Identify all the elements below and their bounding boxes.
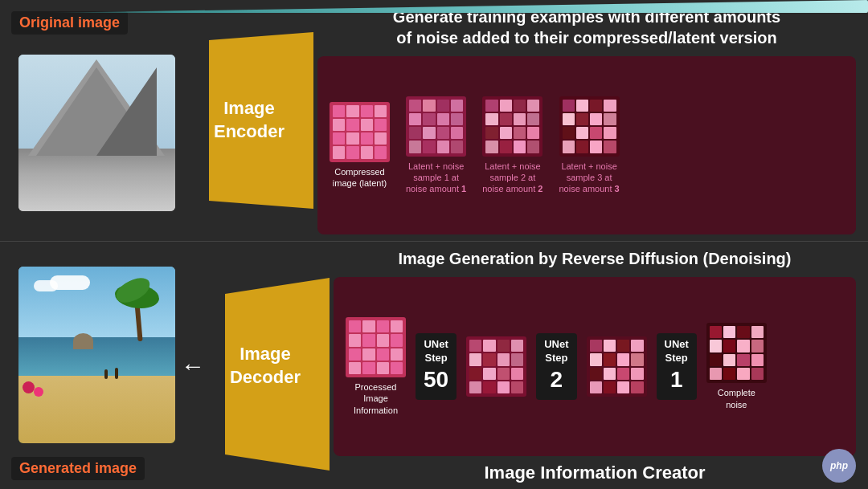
top-right-panel: Generate training examples with differen… xyxy=(313,0,868,241)
decoder-label: ImageDecoder xyxy=(230,343,301,389)
php-text: php xyxy=(830,460,848,471)
noise-grid-2 xyxy=(482,96,542,157)
unet-step-1: UNetStep1 xyxy=(657,333,697,399)
decoder-block-wrapper: ← ImageDecoder xyxy=(193,242,330,489)
processed-grid xyxy=(346,317,406,377)
beach-sand xyxy=(18,376,175,443)
generated-image xyxy=(18,267,175,443)
php-logo: php xyxy=(822,449,856,483)
mid-grid-1 xyxy=(466,336,526,397)
encoder-label: ImageEncoder xyxy=(214,97,285,143)
unet-step-2: UNetStep2 xyxy=(536,333,576,399)
noise-sample-1: Latent + noisesample 1 atnoise amount 1 xyxy=(406,96,466,195)
bottom-section: Generated image ← ImageDecoder Image Gen… xyxy=(0,242,868,489)
mid-grid-display-2 xyxy=(587,336,647,397)
unet-step-50: UNetStep50 xyxy=(416,333,457,399)
noise-grid-1 xyxy=(406,96,466,157)
processed-image-container: ProcessedImageInformation xyxy=(346,317,406,416)
top-section: Original image ImageEncoder Generate tra… xyxy=(0,0,868,241)
bottom-left-panel: Generated image xyxy=(0,242,193,489)
encoder-block: ImageEncoder xyxy=(185,32,313,209)
latent-container: Compressedimage (latent) xyxy=(330,102,390,189)
decoder-arrow: ← xyxy=(181,352,205,380)
latent-label: Compressedimage (latent) xyxy=(333,166,387,189)
bottom-header: Image Generation by Reverse Diffusion (D… xyxy=(334,248,856,269)
bottom-right-panel: Image Generation by Reverse Diffusion (D… xyxy=(330,242,868,489)
image-information-creator-label: Image Information Creator xyxy=(334,463,856,483)
noise-label-3: Latent + noisesample 3 atnoise amount 3 xyxy=(559,161,619,195)
noise-sample-3: Latent + noisesample 3 atnoise amount 3 xyxy=(559,96,619,195)
latent-grid xyxy=(330,102,390,162)
complete-noise-container: Completenoise xyxy=(706,323,767,410)
noise-label-1: Latent + noisesample 1 atnoise amount 1 xyxy=(406,161,466,195)
noise-grid-3 xyxy=(559,96,620,157)
beach-sea xyxy=(18,337,175,381)
complete-noise-grid xyxy=(706,323,767,383)
generated-image-label: Generated image xyxy=(11,457,145,480)
top-dark-box: Compressedimage (latent) xyxy=(317,56,856,234)
original-image-label: Original image xyxy=(11,11,128,35)
top-left-panel: Original image xyxy=(0,0,193,241)
pyramid-image xyxy=(18,55,175,211)
noise-sample-2: Latent + noisesample 2 atnoise amount 2 xyxy=(482,96,542,195)
complete-noise-label: Completenoise xyxy=(718,387,755,410)
mid-grid-display-1 xyxy=(466,336,526,397)
processed-label: ProcessedImageInformation xyxy=(354,381,398,416)
bottom-dark-box: ProcessedImageInformation UNetStep50 xyxy=(334,277,856,456)
noise-label-2: Latent + noisesample 2 atnoise amount 2 xyxy=(482,161,542,195)
decoder-block: ImageDecoder xyxy=(201,278,330,454)
mid-grid-2 xyxy=(587,336,647,397)
